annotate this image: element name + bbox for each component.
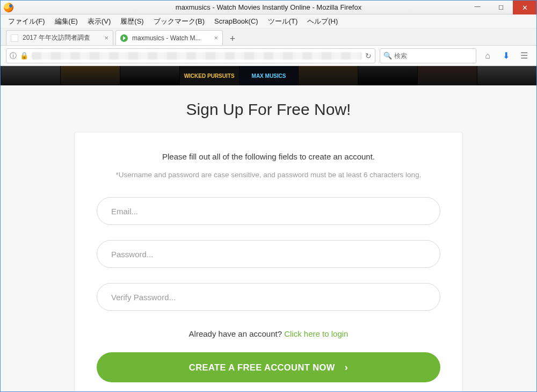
- firefox-icon: [4, 3, 13, 12]
- create-account-button[interactable]: CREATE A FREE ACCOUNT NOW ›: [97, 352, 440, 382]
- search-box[interactable]: 🔍: [380, 48, 476, 63]
- favicon-play-icon: [120, 34, 128, 42]
- close-button[interactable]: [513, 1, 536, 14]
- menu-edit[interactable]: 編集(E): [50, 16, 82, 27]
- downloads-icon[interactable]: ⬇: [499, 50, 513, 61]
- menu-tools[interactable]: ツール(T): [264, 16, 302, 27]
- tab-label: 2017 年年次訪問者調査: [23, 33, 100, 42]
- minimize-button[interactable]: [466, 1, 489, 14]
- search-icon: 🔍: [383, 52, 392, 60]
- url-text-blurred: [32, 52, 362, 60]
- site-info-icon[interactable]: ⓘ: [10, 51, 17, 61]
- poster-thumb: [477, 66, 536, 85]
- menu-bookmarks[interactable]: ブックマーク(B): [149, 16, 209, 27]
- new-tab-button[interactable]: +: [225, 32, 240, 45]
- login-link[interactable]: Click here to login: [284, 329, 348, 338]
- window-titlebar: maxmusics - Watch Movies Instantly Onlin…: [1, 1, 536, 14]
- tab-survey[interactable]: 2017 年年次訪問者調査 ×: [6, 30, 113, 45]
- poster-thumb: [1, 66, 60, 85]
- tab-label: maxmusics - Watch M...: [132, 34, 209, 42]
- lock-icon: 🔒: [20, 52, 28, 60]
- page-content: WICKED PURSUITS MAX MUSICS Sign Up For F…: [1, 66, 536, 391]
- poster-thumb: [120, 66, 179, 85]
- menu-help[interactable]: ヘルプ(H): [303, 16, 342, 27]
- window-controls: [466, 1, 536, 14]
- poster-thumb: WICKED PURSUITS: [179, 66, 239, 85]
- home-icon[interactable]: ⌂: [481, 51, 495, 61]
- maximize-button[interactable]: [489, 1, 513, 14]
- reload-icon[interactable]: ↻: [365, 52, 372, 60]
- url-bar[interactable]: ⓘ 🔒 ↻: [6, 48, 375, 63]
- note-text: *Username and password are case sensitiv…: [97, 171, 440, 179]
- menu-bar: ファイル(F) 編集(E) 表示(V) 履歴(S) ブックマーク(B) Scra…: [1, 14, 536, 28]
- password-field[interactable]: [97, 240, 440, 268]
- chevron-right-icon: ›: [345, 362, 348, 373]
- login-prompt-text: Already have an account?: [189, 329, 285, 338]
- nav-toolbar: ⓘ 🔒 ↻ 🔍 ⌂ ⬇ ☰: [1, 46, 536, 66]
- hamburger-menu-icon[interactable]: ☰: [517, 50, 531, 61]
- cta-label: CREATE A FREE ACCOUNT NOW: [189, 362, 335, 373]
- tab-close-icon[interactable]: ×: [104, 34, 108, 42]
- tab-strip: 2017 年年次訪問者調査 × maxmusics - Watch M... ×…: [1, 28, 536, 46]
- lead-text: Please fill out all of the following fie…: [97, 152, 440, 161]
- menu-history[interactable]: 履歴(S): [116, 16, 148, 27]
- hero-poster-strip: WICKED PURSUITS MAX MUSICS: [1, 66, 536, 85]
- tab-close-icon[interactable]: ×: [214, 34, 218, 42]
- page-heading: Sign Up For Free Now!: [186, 100, 351, 119]
- poster-thumb: MAX MUSICS: [239, 66, 299, 85]
- search-input[interactable]: [394, 52, 473, 60]
- content-wrap: Sign Up For Free Now! Please fill out al…: [1, 85, 536, 391]
- menu-scrapbook[interactable]: ScrapBook(C): [210, 16, 263, 26]
- poster-thumb: [417, 66, 477, 85]
- signup-card: Please fill out all of the following fie…: [75, 133, 462, 391]
- poster-thumb: [358, 66, 417, 85]
- poster-thumb: [60, 66, 120, 85]
- window-title: maxmusics - Watch Movies Instantly Onlin…: [176, 3, 361, 11]
- menu-view[interactable]: 表示(V): [83, 16, 115, 27]
- email-field[interactable]: [97, 197, 440, 225]
- poster-thumb: [298, 66, 358, 85]
- verify-password-field[interactable]: [97, 283, 440, 311]
- favicon-blank-icon: [11, 34, 18, 42]
- tab-maxmusics[interactable]: maxmusics - Watch M... ×: [115, 30, 223, 45]
- login-prompt: Already have an account? Click here to l…: [97, 329, 440, 338]
- menu-file[interactable]: ファイル(F): [4, 16, 49, 27]
